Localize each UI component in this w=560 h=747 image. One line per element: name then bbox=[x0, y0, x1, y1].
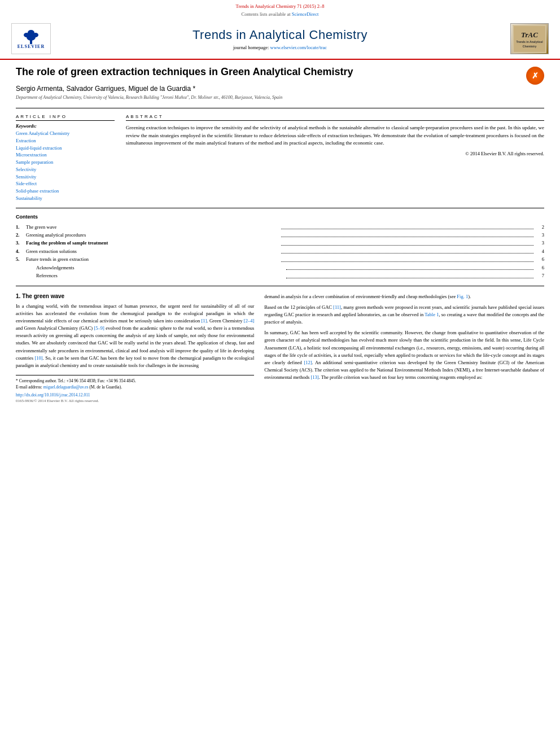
toc-item-ref: References 7 bbox=[16, 272, 544, 279]
article-info: ARTICLE INFO Keywords: Green Analytical … bbox=[16, 114, 115, 202]
toc-page-ack: 6 bbox=[536, 264, 544, 272]
keyword-sample[interactable]: Sample preparation bbox=[16, 159, 115, 166]
contents-bar-text: Contents lists available at bbox=[242, 11, 291, 17]
journal-title-center: Trends in Analytical Chemistry journal h… bbox=[56, 28, 504, 50]
fig1-ref[interactable]: Fig. 1 bbox=[457, 294, 468, 299]
toc-dots-1 bbox=[281, 223, 534, 229]
contents-section: Contents 1. The green wave 2 2. Greening… bbox=[16, 214, 544, 286]
section1-right-para1: demand in analysis for a clever combinat… bbox=[264, 293, 544, 300]
copyright: © 2014 Elsevier B.V. All rights reserved… bbox=[126, 151, 544, 156]
article-info-label: ARTICLE INFO bbox=[16, 114, 115, 121]
toc-page-3: 3 bbox=[536, 239, 544, 247]
title-left: The role of green extraction techniques … bbox=[16, 65, 520, 82]
trac-logo: TrAC Trends in Analytical Chemistry bbox=[510, 23, 549, 54]
toc-label-2: Greening analytical procedures bbox=[26, 231, 279, 239]
svg-text:Chemistry: Chemistry bbox=[523, 45, 537, 48]
title-row: The role of green extraction techniques … bbox=[16, 65, 544, 85]
journal-homepage: journal homepage: www.elsevier.com/locat… bbox=[56, 45, 504, 50]
body-right: demand in analysis for a clever combinat… bbox=[264, 293, 544, 403]
abstract-text: Greening extraction techniques to improv… bbox=[126, 124, 544, 147]
homepage-label: journal homepage: bbox=[233, 45, 269, 50]
toc-label-4: Green extraction solutions bbox=[26, 247, 279, 255]
abstract-section: ABSTRACT Greening extraction techniques … bbox=[126, 114, 544, 202]
keyword-extraction[interactable]: Extraction bbox=[16, 137, 115, 145]
keyword-sideeffect[interactable]: Side-effect bbox=[16, 180, 115, 187]
toc-dots-5 bbox=[281, 255, 534, 261]
footnote-email-note: (M. de la Guardia). bbox=[89, 385, 122, 390]
toc-dots-3 bbox=[281, 239, 534, 245]
body-two-col: 1. The green wave In a changing world, w… bbox=[16, 293, 544, 403]
toc-dots-ref bbox=[286, 272, 534, 278]
crossmark-icon[interactable]: ✗ bbox=[526, 67, 544, 85]
journal-top-bar: Trends in Analytical Chemistry 71 (2015)… bbox=[11, 3, 549, 9]
toc-num-2: 2. bbox=[16, 231, 26, 239]
keyword-solidphase[interactable]: Solid-phase extraction bbox=[16, 187, 115, 195]
footnote-section: * Corresponding author. Tel.: +34 96 354… bbox=[16, 375, 254, 403]
footnote-star-text: * Corresponding author. Tel.: +34 96 354… bbox=[16, 378, 254, 384]
footnote-email-label: E-mail address: bbox=[16, 385, 42, 390]
section1-title: 1. The green wave bbox=[16, 293, 254, 299]
keywords-list: Green Analytical Chemistry Extraction Li… bbox=[16, 130, 115, 202]
doi-link[interactable]: http://dx.doi.org/10.1016/j.trac.2014.12… bbox=[16, 392, 254, 397]
toc-num-4: 4. bbox=[16, 247, 26, 255]
toc-label-ack: Acknowledgements bbox=[26, 264, 284, 272]
toc-item-ack: Acknowledgements 6 bbox=[16, 264, 544, 272]
elsevier-logo: ELSEVIER bbox=[11, 23, 51, 54]
svg-rect-6 bbox=[514, 26, 545, 52]
article-title-section: The role of green extraction techniques … bbox=[16, 65, 544, 108]
svg-text:TrAC: TrAC bbox=[521, 30, 538, 39]
keyword-microextraction[interactable]: Microextraction bbox=[16, 151, 115, 159]
elsevier-text: ELSEVIER bbox=[18, 44, 45, 49]
ref11[interactable]: [11] bbox=[333, 304, 341, 310]
toc-item-2: 2. Greening analytical procedures 3 bbox=[16, 231, 544, 239]
abstract-label: ABSTRACT bbox=[126, 114, 544, 121]
toc-item-3: 3. Facing the problem of sample treatmen… bbox=[16, 239, 544, 247]
toc-label-5: Future trends in green extraction bbox=[26, 255, 279, 263]
doi-anchor[interactable]: http://dx.doi.org/10.1016/j.trac.2014.12… bbox=[16, 392, 90, 397]
toc-num-ref bbox=[16, 272, 26, 279]
ref5-9[interactable]: [5–9] bbox=[94, 325, 104, 331]
toc-dots-2 bbox=[281, 231, 534, 237]
ref12[interactable]: [12] bbox=[304, 360, 312, 365]
keywords-title: Keywords: bbox=[16, 123, 115, 129]
toc-page-4: 4 bbox=[536, 247, 544, 255]
toc-num-1: 1. bbox=[16, 223, 26, 231]
elsevier-logo-container: ELSEVIER bbox=[11, 23, 56, 54]
toc-label-ref: References bbox=[26, 272, 284, 279]
svg-point-4 bbox=[28, 30, 34, 36]
toc-dots-4 bbox=[281, 247, 534, 254]
keyword-liquid[interactable]: Liquid-liquid extraction bbox=[16, 145, 115, 152]
ref1[interactable]: [1] bbox=[202, 318, 207, 324]
toc-label-3: Facing the problem of sample treatment bbox=[26, 239, 279, 247]
journal-header: Trends in Analytical Chemistry 71 (2015)… bbox=[0, 0, 560, 60]
affiliation: Department of Analytical Chemistry, Univ… bbox=[16, 95, 544, 100]
main-content: The role of green extraction techniques … bbox=[0, 60, 560, 409]
toc-item-4: 4. Green extraction solutions 4 bbox=[16, 247, 544, 255]
sciencedirect-link[interactable]: ScienceDirect bbox=[292, 11, 319, 17]
section1-num: 1. bbox=[16, 293, 20, 299]
table1-ref[interactable]: Table 1 bbox=[425, 312, 439, 317]
keyword-selectivity[interactable]: Selectivity bbox=[16, 166, 115, 173]
article-info-abstract: ARTICLE INFO Keywords: Green Analytical … bbox=[16, 114, 544, 208]
section1-right-para3: In summary, GAC has been well accepted b… bbox=[264, 329, 544, 381]
footnote-email-line: E-mail address: miguel.delaguardia@uv.es… bbox=[16, 384, 254, 390]
authors: Sergio Armenta, Salvador Garrigues, Migu… bbox=[16, 85, 544, 93]
page: Trends in Analytical Chemistry 71 (2015)… bbox=[0, 0, 560, 747]
ref2-4[interactable]: [2–4] bbox=[244, 318, 254, 324]
svg-text:Trends in Analytical: Trends in Analytical bbox=[516, 40, 543, 43]
ref10[interactable]: [10] bbox=[35, 355, 43, 361]
elsevier-tree-icon bbox=[20, 28, 42, 44]
journal-homepage-link[interactable]: www.elsevier.com/locate/trac bbox=[270, 45, 327, 50]
toc-num-3: 3. bbox=[16, 239, 26, 247]
journal-middle: ELSEVIER Trends in Analytical Chemistry … bbox=[11, 19, 549, 59]
ref13[interactable]: [13] bbox=[310, 374, 318, 380]
keyword-sustainability[interactable]: Sustainability bbox=[16, 195, 115, 202]
issn-text: 0165-9936/© 2014 Elsevier B.V. All right… bbox=[16, 399, 254, 403]
trac-logo-container: TrAC Trends in Analytical Chemistry bbox=[504, 23, 549, 54]
keyword-sensitivity[interactable]: Sensitivity bbox=[16, 173, 115, 181]
toc-num-5: 5. bbox=[16, 255, 26, 263]
keyword-green-analytical[interactable]: Green Analytical Chemistry bbox=[16, 130, 115, 137]
footnote-email-link[interactable]: miguel.delaguardia@uv.es bbox=[43, 385, 89, 390]
toc-dots-ack bbox=[286, 264, 534, 270]
body-left: 1. The green wave In a changing world, w… bbox=[16, 293, 254, 403]
